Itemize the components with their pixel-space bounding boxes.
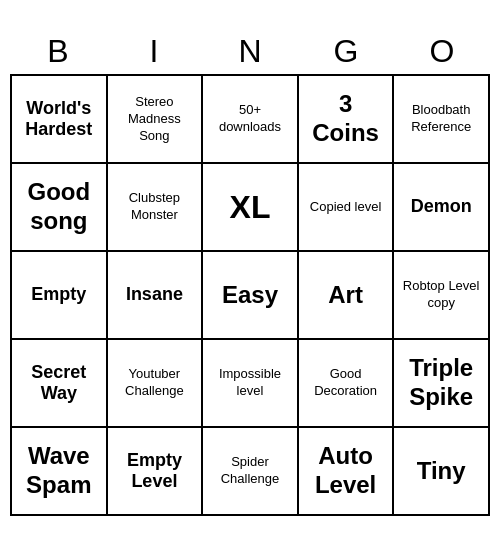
cell-label: Auto Level — [303, 442, 389, 500]
bingo-cell: Good Decoration — [299, 340, 395, 428]
bingo-cell: Stereo Madness Song — [108, 76, 204, 164]
bingo-cell: Easy — [203, 252, 299, 340]
bingo-cell: Bloodbath Reference — [394, 76, 490, 164]
cell-label: Demon — [411, 196, 472, 218]
header-letter: O — [394, 28, 490, 74]
cell-label: Impossible level — [207, 366, 293, 400]
bingo-grid: World's HardestStereo Madness Song50+ do… — [10, 74, 490, 516]
bingo-cell: World's Hardest — [12, 76, 108, 164]
bingo-cell: Art — [299, 252, 395, 340]
cell-label: Good Decoration — [303, 366, 389, 400]
cell-label: Art — [328, 281, 363, 310]
bingo-row: Good songClubstep MonsterXLCopied levelD… — [12, 164, 490, 252]
bingo-cell: Auto Level — [299, 428, 395, 516]
cell-label: Empty Level — [112, 450, 198, 493]
bingo-card: BINGO World's HardestStereo Madness Song… — [10, 28, 490, 516]
bingo-cell: Demon — [394, 164, 490, 252]
bingo-cell: Empty — [12, 252, 108, 340]
bingo-cell: Spider Challenge — [203, 428, 299, 516]
bingo-cell: XL — [203, 164, 299, 252]
bingo-cell: Copied level — [299, 164, 395, 252]
cell-label: 50+ downloads — [207, 102, 293, 136]
header-letter: G — [298, 28, 394, 74]
bingo-row: World's HardestStereo Madness Song50+ do… — [12, 76, 490, 164]
bingo-cell: Youtuber Challenge — [108, 340, 204, 428]
bingo-cell: Impossible level — [203, 340, 299, 428]
cell-label: Tiny — [417, 457, 466, 486]
cell-label: Secret Way — [16, 362, 102, 405]
cell-label: Triple Spike — [398, 354, 484, 412]
cell-label: Easy — [222, 281, 278, 310]
cell-label: Robtop Level copy — [398, 278, 484, 312]
bingo-row: Secret WayYoutuber ChallengeImpossible l… — [12, 340, 490, 428]
bingo-cell: Clubstep Monster — [108, 164, 204, 252]
cell-label: World's Hardest — [16, 98, 102, 141]
cell-label: Wave Spam — [16, 442, 102, 500]
bingo-cell: 50+ downloads — [203, 76, 299, 164]
cell-label: Spider Challenge — [207, 454, 293, 488]
header-letter: I — [106, 28, 202, 74]
bingo-row: EmptyInsaneEasyArtRobtop Level copy — [12, 252, 490, 340]
bingo-row: Wave SpamEmpty LevelSpider ChallengeAuto… — [12, 428, 490, 516]
header-letter: N — [202, 28, 298, 74]
cell-label: Clubstep Monster — [112, 190, 198, 224]
bingo-cell: Secret Way — [12, 340, 108, 428]
bingo-cell: Insane — [108, 252, 204, 340]
bingo-cell: Good song — [12, 164, 108, 252]
bingo-cell: Robtop Level copy — [394, 252, 490, 340]
bingo-cell: Tiny — [394, 428, 490, 516]
cell-label: Empty — [31, 284, 86, 306]
bingo-header: BINGO — [10, 28, 490, 74]
cell-label: Youtuber Challenge — [112, 366, 198, 400]
header-letter: B — [10, 28, 106, 74]
cell-label: XL — [230, 189, 271, 226]
bingo-cell: Empty Level — [108, 428, 204, 516]
bingo-cell: Wave Spam — [12, 428, 108, 516]
cell-label: Copied level — [310, 199, 382, 216]
bingo-cell: Triple Spike — [394, 340, 490, 428]
bingo-cell: 3 Coins — [299, 76, 395, 164]
cell-label: Insane — [126, 284, 183, 306]
cell-label: Good song — [16, 178, 102, 236]
cell-label: 3 Coins — [303, 90, 389, 148]
cell-label: Bloodbath Reference — [398, 102, 484, 136]
cell-label: Stereo Madness Song — [112, 94, 198, 145]
